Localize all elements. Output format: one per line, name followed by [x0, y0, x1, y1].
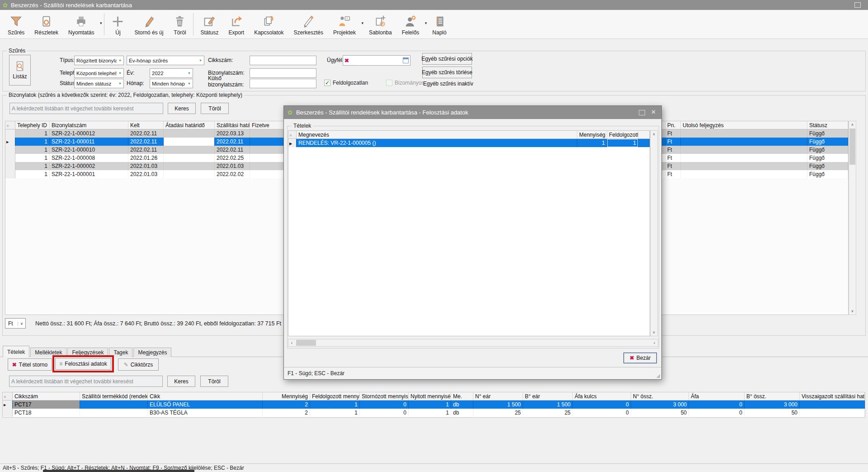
column-header[interactable]: Telephely ID: [15, 121, 50, 129]
scroll-down-icon[interactable]: ∨: [849, 308, 856, 315]
column-header[interactable]: N° eár: [473, 392, 523, 400]
customer-field[interactable]: ✖: [343, 55, 410, 66]
table-cell[interactable]: [5, 146, 15, 154]
dialog-titlebar[interactable]: ✿ Beszerzés - Szállítói rendelések karba…: [284, 106, 661, 119]
table-cell[interactable]: Függő: [807, 162, 848, 170]
table-cell[interactable]: 2022.02.11: [128, 129, 164, 138]
column-header[interactable]: Feldolgozott: [607, 131, 638, 139]
table-cell[interactable]: SZR-22-1-000010: [50, 146, 128, 154]
table-cell[interactable]: 50: [745, 409, 800, 417]
responsible-button[interactable]: Felelős ▾: [397, 11, 428, 38]
year-month-filter-select[interactable]: Év-hónap szűrés▼: [127, 56, 204, 65]
scroll-up-icon[interactable]: ∧: [849, 121, 856, 128]
table-cell[interactable]: [164, 146, 215, 154]
scrollbar-thumb[interactable]: [296, 340, 316, 346]
details-button[interactable]: Részletek: [29, 11, 63, 38]
table-cell[interactable]: Függő: [807, 129, 848, 138]
table-cell[interactable]: SZR-22-1-000012: [50, 129, 128, 138]
table-cell[interactable]: Függő: [807, 146, 848, 154]
table-cell[interactable]: 1: [15, 138, 50, 146]
documents-clear-button[interactable]: Töröl: [201, 103, 229, 114]
table-cell[interactable]: ELÜLSŐ PANEL: [148, 400, 263, 409]
table-cell[interactable]: 2022.01.26: [128, 154, 164, 162]
scroll-right-icon[interactable]: ›: [651, 339, 658, 346]
column-header[interactable]: Áfa kulcs: [573, 392, 631, 400]
close-icon[interactable]: ✕: [651, 109, 656, 115]
table-cell[interactable]: SZR-22-1-000008: [50, 154, 128, 162]
table-row[interactable]: PCT17ELÜLSŐ PANEL2101db1 5001 50003 0000…: [3, 400, 865, 409]
table-cell[interactable]: [288, 139, 297, 147]
table-cell[interactable]: 3 000: [745, 400, 800, 409]
consignment-checkbox[interactable]: Bizományos: [386, 80, 424, 86]
currency-select[interactable]: Ft ∨: [5, 318, 26, 329]
column-header[interactable]: Bizonylatszám: [50, 121, 128, 129]
table-cell[interactable]: SZR-22-1-000011: [50, 138, 128, 146]
to-template-button[interactable]: Sablonba: [364, 11, 397, 38]
table-row[interactable]: PCT18B30-AS TÉGLA2101db2525050050: [3, 409, 865, 417]
column-header[interactable]: Szállítói termékkód (rendelési s: [80, 392, 148, 400]
table-cell[interactable]: 2022.03.13: [215, 129, 250, 138]
table-cell[interactable]: [5, 170, 15, 178]
table-cell[interactable]: 2022.01.03: [128, 170, 164, 178]
column-header[interactable]: Mennyiség: [263, 392, 310, 400]
table-cell[interactable]: 3 000: [631, 400, 689, 409]
table-cell[interactable]: 2: [263, 400, 310, 409]
column-header[interactable]: Megnevezés: [297, 131, 577, 139]
table-cell[interactable]: PCT18: [13, 409, 80, 417]
table-cell[interactable]: [681, 154, 807, 162]
export-button[interactable]: Export: [223, 11, 249, 38]
table-cell[interactable]: db: [451, 400, 473, 409]
column-header[interactable]: Stornózott mennyisé: [360, 392, 409, 400]
table-cell[interactable]: [5, 129, 15, 138]
table-cell[interactable]: 1: [15, 146, 50, 154]
table-cell[interactable]: [80, 400, 148, 409]
dialog-horizontal-scrollbar[interactable]: ‹ ›: [288, 339, 658, 347]
column-header[interactable]: Feldolgozott menny: [310, 392, 360, 400]
items-search-button[interactable]: Keres: [167, 376, 195, 387]
table-cell[interactable]: Ft: [665, 146, 681, 154]
table-cell[interactable]: PCT17: [13, 400, 80, 409]
table-cell[interactable]: [800, 400, 865, 409]
column-header[interactable]: B° össz.: [745, 392, 800, 400]
table-cell[interactable]: Ft: [665, 138, 681, 146]
table-cell[interactable]: Ft: [665, 170, 681, 178]
table-cell[interactable]: 0: [360, 400, 409, 409]
documents-vertical-scrollbar[interactable]: ∧ ∨: [849, 121, 856, 315]
maximize-icon[interactable]: [854, 2, 861, 8]
column-header[interactable]: Pn.: [665, 121, 681, 129]
column-header[interactable]: Átadási határidő: [164, 121, 215, 129]
filter-button[interactable]: Szűrés: [3, 11, 29, 38]
table-cell[interactable]: db: [451, 409, 473, 417]
column-header[interactable]: Cikkszám: [13, 392, 80, 400]
list-button[interactable]: Listáz: [9, 55, 31, 86]
column-header[interactable]: Nyitott mennyiség: [409, 392, 451, 400]
other-filter-options-button[interactable]: Egyéb szűrési opciók: [422, 53, 472, 65]
edit-button[interactable]: Szerkesztés: [289, 11, 328, 38]
line-cancel-button[interactable]: ✖ Tétel storno: [8, 358, 52, 371]
clear-x-icon[interactable]: ✖: [343, 57, 350, 64]
column-header[interactable]: Utolsó feljegyzés: [681, 121, 807, 129]
table-cell[interactable]: [681, 162, 807, 170]
scroll-up-icon[interactable]: ∧: [651, 131, 657, 138]
resize-grip[interactable]: [656, 374, 660, 378]
docno-input[interactable]: [250, 68, 316, 78]
column-header[interactable]: Kelt: [128, 121, 164, 129]
status-button[interactable]: Státusz: [195, 11, 223, 38]
table-cell[interactable]: [5, 138, 15, 146]
table-cell[interactable]: [3, 400, 13, 409]
table-cell[interactable]: 1 500: [473, 400, 523, 409]
table-cell[interactable]: 0: [689, 400, 745, 409]
table-cell[interactable]: 1: [310, 400, 360, 409]
table-cell[interactable]: 2022.02.25: [215, 154, 250, 162]
delete-button[interactable]: Töröl: [168, 11, 191, 38]
window-titlebar[interactable]: ✿ Beszerzés - Szállítói rendelések karba…: [0, 0, 868, 10]
chevron-down-icon[interactable]: ▾: [361, 21, 363, 25]
cancel-and-new-button[interactable]: Stornó és új: [129, 11, 168, 38]
table-cell[interactable]: 1: [310, 409, 360, 417]
column-header[interactable]: [638, 131, 650, 139]
table-cell[interactable]: [250, 162, 284, 170]
documents-search-input[interactable]: [9, 103, 163, 114]
column-header[interactable]: [288, 131, 297, 139]
log-button[interactable]: Napló: [427, 11, 451, 38]
table-cell[interactable]: [800, 409, 865, 417]
